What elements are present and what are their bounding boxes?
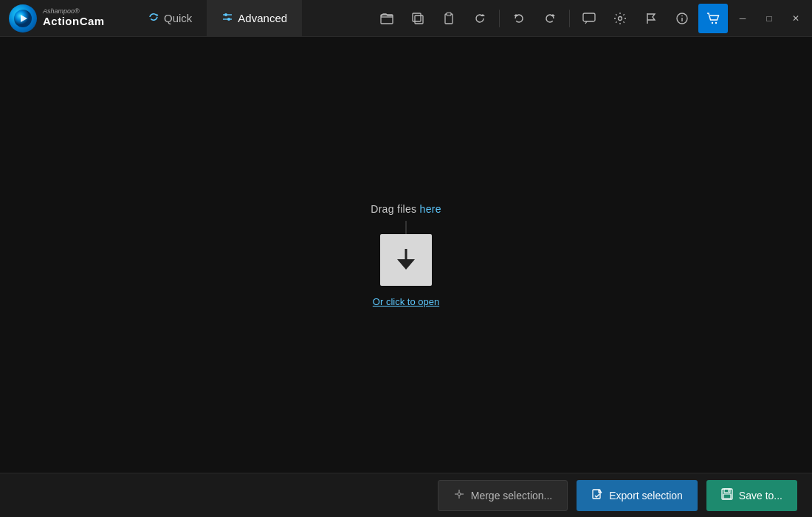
drop-box: [380, 234, 432, 286]
export-selection-button[interactable]: Export selection: [577, 480, 698, 511]
nav-tabs: Quick Advanced: [133, 0, 302, 36]
svg-point-6: [227, 18, 230, 21]
tab-advanced-label: Advanced: [238, 12, 287, 24]
svg-rect-30: [723, 494, 731, 499]
title-bar: Ashampoo® ActionCam Quick: [0, 0, 812, 37]
svg-marker-2: [156, 13, 159, 16]
svg-rect-15: [583, 13, 595, 21]
svg-rect-9: [413, 13, 421, 21]
open-file-button[interactable]: [372, 4, 402, 33]
save-icon: [721, 488, 733, 503]
advanced-tab-icon: [221, 11, 233, 26]
cart-button[interactable]: [698, 4, 728, 33]
quick-tab-icon: [148, 11, 159, 26]
maximize-button[interactable]: □: [756, 4, 782, 33]
click-to-open-link[interactable]: Or click to open: [373, 296, 439, 307]
app-logo-icon: [9, 4, 37, 32]
svg-point-24: [458, 493, 461, 496]
redo-button[interactable]: [535, 4, 565, 33]
toolbar-separator-2: [569, 10, 570, 27]
toolbar-separator-1: [499, 10, 500, 27]
info-button[interactable]: [667, 4, 697, 33]
toolbar-icons: ─ □ ✕: [372, 4, 812, 33]
paste-button[interactable]: [434, 4, 464, 33]
svg-point-22: [715, 21, 717, 23]
svg-rect-8: [415, 16, 423, 24]
merge-label: Merge selection...: [471, 490, 553, 501]
settings-button[interactable]: [605, 4, 635, 33]
svg-point-5: [224, 13, 227, 16]
merge-icon: [453, 488, 465, 503]
main-content: Drag files here Or click to open: [0, 37, 812, 473]
drag-text-highlight: here: [420, 203, 441, 215]
svg-point-21: [712, 21, 713, 23]
svg-point-20: [681, 15, 683, 16]
save-to-button[interactable]: Save to...: [706, 480, 797, 511]
svg-point-16: [619, 16, 622, 20]
refresh-button[interactable]: [465, 4, 495, 33]
export-icon: [591, 488, 603, 503]
merge-selection-button[interactable]: Merge selection...: [438, 480, 568, 511]
tab-quick-label: Quick: [164, 12, 192, 24]
drop-zone[interactable]: Drag files here Or click to open: [371, 203, 441, 307]
chat-button[interactable]: [574, 4, 604, 33]
svg-rect-29: [724, 489, 730, 493]
minimize-button[interactable]: ─: [729, 4, 756, 33]
close-button[interactable]: ✕: [782, 4, 809, 33]
logo-text: Ashampoo® ActionCam: [43, 8, 105, 27]
logo-appname: ActionCam: [43, 16, 105, 28]
copy-button[interactable]: [403, 4, 433, 33]
svg-rect-7: [381, 15, 393, 24]
drop-arrow-container: [380, 221, 432, 287]
undo-button[interactable]: [504, 4, 534, 33]
tab-quick[interactable]: Quick: [133, 0, 207, 36]
save-label: Save to...: [739, 490, 782, 501]
bottom-bar: Merge selection... Export selection Save…: [0, 473, 812, 517]
logo-area: Ashampoo® ActionCam: [0, 4, 133, 32]
drop-line: [405, 221, 407, 234]
flag-button[interactable]: [636, 4, 666, 33]
drag-text: Drag files here: [371, 203, 441, 215]
export-label: Export selection: [609, 490, 683, 501]
svg-rect-11: [447, 13, 451, 16]
window-controls: ─ □ ✕: [729, 4, 809, 33]
tab-advanced[interactable]: Advanced: [207, 0, 302, 36]
